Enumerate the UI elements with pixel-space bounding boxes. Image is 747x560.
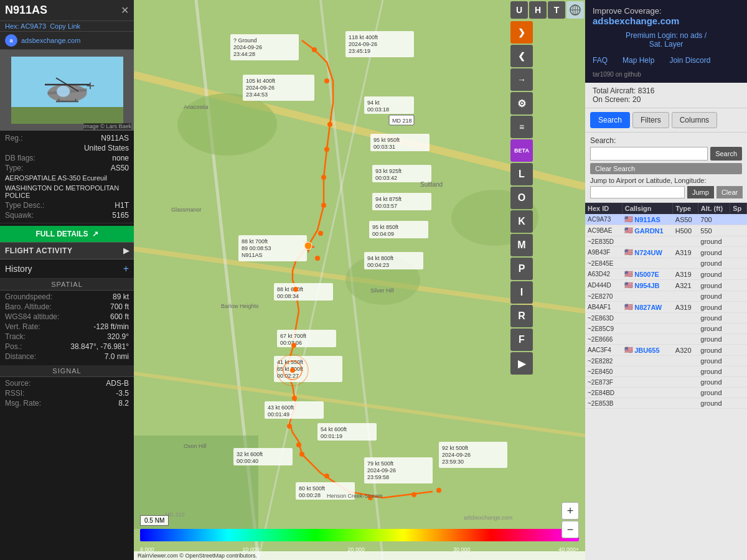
map-letter-P[interactable]: P xyxy=(510,258,533,280)
table-row[interactable]: AC9BAE🇺🇸GARDN1H500550 xyxy=(585,225,747,236)
adsb-link[interactable]: a adsbexchange.com xyxy=(0,32,134,50)
speed-cell xyxy=(730,377,747,388)
table-row[interactable]: ~2E8666ground xyxy=(585,334,747,345)
svg-point-99 xyxy=(290,368,295,373)
callsign-cell xyxy=(622,377,673,380)
faq-link[interactable]: FAQ xyxy=(593,56,608,65)
table-row[interactable]: ~2E845Eground xyxy=(585,258,747,269)
jump-input[interactable] xyxy=(590,186,685,198)
rp-nav: FAQ Map Help Join Discord xyxy=(585,54,747,70)
col-callsign[interactable]: Callsign xyxy=(622,203,673,214)
col-hex[interactable]: Hex ID xyxy=(585,203,622,214)
col-speed[interactable]: Sp xyxy=(730,203,747,214)
login-button[interactable]: → xyxy=(510,68,533,91)
clear-search-button[interactable]: Clear Search xyxy=(590,163,742,174)
rp-github[interactable]: tar1090 on github xyxy=(585,70,747,83)
table-row[interactable]: ~2E84BDground xyxy=(585,388,747,398)
table-row[interactable]: AAC3F4🇺🇸JBU655A320ground xyxy=(585,345,747,356)
map-mode-H[interactable]: H xyxy=(529,1,547,19)
search-input[interactable] xyxy=(590,147,708,161)
copy-link[interactable]: Copy Link xyxy=(50,22,80,30)
spatial-header: SPATIAL xyxy=(0,279,134,291)
map-letter-L[interactable]: L xyxy=(510,163,533,185)
type-desc-row: Type Desc.: H1T xyxy=(0,200,134,210)
layers-button[interactable]: ≡ xyxy=(510,116,533,138)
full-details-button[interactable]: FULL DETAILS ↗ xyxy=(0,226,134,242)
table-row[interactable]: AC9A73🇺🇸N911ASAS50700 xyxy=(585,214,747,225)
table-row[interactable]: ~2E835Dground xyxy=(585,236,747,247)
type-value: AS50 xyxy=(111,164,129,172)
type-label: Type: xyxy=(5,164,23,172)
table-row[interactable]: ~2E863Dground xyxy=(585,313,747,324)
improve-coverage-text: Improve Coverage: adsbexchange.com xyxy=(593,6,740,26)
aircraft-table-wrap[interactable]: Hex ID Callsign Type Alt. (ft) Sp AC9A73… xyxy=(585,203,747,560)
jump-button[interactable]: Jump xyxy=(687,186,714,198)
improve-link[interactable]: adsbexchange.com xyxy=(593,16,679,26)
map-mode-U[interactable]: U xyxy=(510,1,528,19)
aircraft-callsign: N911AS xyxy=(5,4,47,17)
map-letter-O[interactable]: O xyxy=(510,187,533,209)
total-aircraft-row: Total Aircraft: 8316 xyxy=(593,86,740,95)
svg-point-100 xyxy=(292,396,297,401)
table-row[interactable]: ~2E8450ground xyxy=(585,366,747,377)
beta-button[interactable]: BETA xyxy=(510,139,533,162)
on-screen-row: On Screen: 20 xyxy=(593,95,740,104)
tab-filters[interactable]: Filters xyxy=(632,112,669,128)
search-button[interactable]: Search xyxy=(710,147,742,161)
svg-point-102 xyxy=(296,442,301,447)
history-button[interactable]: History + xyxy=(0,259,134,279)
flight-activity-button[interactable]: FLIGHT ACTIVITY ▶ xyxy=(0,242,134,259)
table-row[interactable]: ~2E873Fground xyxy=(585,377,747,388)
table-row[interactable]: ~2E8282ground xyxy=(585,356,747,366)
flag-icon: 🇺🇸 xyxy=(624,270,633,278)
hex-cell: ~2E835D xyxy=(585,236,622,247)
wgs84-row: WGS84 altitude: 600 ft xyxy=(0,312,134,322)
col-type[interactable]: Type xyxy=(673,203,698,214)
map-help-link[interactable]: Map Help xyxy=(622,56,654,65)
country-row: United States xyxy=(0,143,134,153)
beta-btn-wrap: BETA xyxy=(510,139,584,162)
table-row[interactable]: ~2E8270ground xyxy=(585,291,747,302)
map-globe-button[interactable] xyxy=(566,1,584,19)
type-cell: A320 xyxy=(673,345,698,356)
map-letter-M[interactable]: M xyxy=(510,234,533,256)
map-expand-left[interactable]: ❮ xyxy=(510,45,533,67)
table-row[interactable]: ~2E853Bground xyxy=(585,398,747,409)
tab-columns[interactable]: Columns xyxy=(672,112,717,128)
svg-text:00:01:49: 00:01:49 xyxy=(268,411,289,418)
hex-cell: AC9BAE xyxy=(585,225,622,236)
type-cell xyxy=(673,388,698,398)
map-expand-right[interactable]: ❯ xyxy=(510,21,533,44)
settings-button[interactable]: ⚙ xyxy=(510,92,533,114)
map-letter-K[interactable]: K xyxy=(510,210,533,233)
replay-button[interactable]: ▶ xyxy=(510,352,533,375)
map-area[interactable]: 118 kt 400ft 2024-09-26 23:45:19 ? Groun… xyxy=(134,0,585,560)
zoom-in-button[interactable]: + xyxy=(561,502,579,520)
alt-cell: ground xyxy=(698,324,730,334)
speed-cell xyxy=(730,302,747,313)
close-button[interactable]: ✕ xyxy=(121,4,129,16)
clear-button[interactable]: Clear xyxy=(716,186,743,198)
alt-cell: ground xyxy=(698,356,730,366)
map-mode-T[interactable]: T xyxy=(548,1,565,19)
map-letter-I[interactable]: I xyxy=(510,281,533,304)
premium-login[interactable]: Premium Login: no ads /Sat. Layer xyxy=(593,31,740,49)
map-letter-F[interactable]: F xyxy=(510,329,533,351)
table-row[interactable]: AB4AF1🇺🇸N827AWA319ground xyxy=(585,302,747,313)
svg-text:23:59:58: 23:59:58 xyxy=(367,474,389,480)
external-link-icon: ↗ xyxy=(92,230,98,238)
alt-cell: ground xyxy=(698,302,730,313)
zoom-out-button[interactable]: − xyxy=(561,521,579,538)
table-row[interactable]: AD444D🇺🇸N954JBA321ground xyxy=(585,280,747,291)
map-letter-R[interactable]: R xyxy=(510,305,533,327)
tab-search[interactable]: Search xyxy=(590,112,630,128)
rp-search-area: Search: Search Clear Search Jump to Airp… xyxy=(585,133,747,203)
table-row[interactable]: A9B43F🇺🇸N724UWA319ground xyxy=(585,247,747,258)
join-discord-link[interactable]: Join Discord xyxy=(669,56,710,65)
type-cell: H500 xyxy=(673,225,698,236)
speed-cell xyxy=(730,247,747,258)
table-row[interactable]: A63D42🇺🇸N5007EA319ground xyxy=(585,269,747,280)
col-alt[interactable]: Alt. (ft) xyxy=(698,203,730,214)
callsign-text: GARDN1 xyxy=(634,227,663,235)
table-row[interactable]: ~2E85C9ground xyxy=(585,324,747,334)
